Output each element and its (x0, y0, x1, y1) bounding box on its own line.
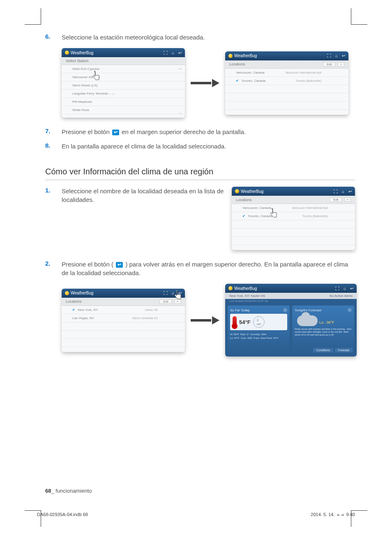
mock-subheader: Locations Edit + (225, 60, 348, 69)
expand-icon[interactable]: ⛶ (327, 53, 331, 58)
location-item[interactable]: ✔ New York, NY Xavier HS (62, 306, 185, 314)
cursor-hand-icon (91, 71, 101, 83)
station-item[interactable]: West End Cypress (62, 65, 185, 73)
mock-header: WeatherBug ⛶ ⌂ ↩ (225, 51, 348, 60)
check-icon: ✔ (242, 214, 245, 218)
scroll-down-icon[interactable]: ﹀ (178, 111, 183, 117)
step-number: 2. (45, 260, 62, 277)
app-title: WeatherBug (71, 51, 93, 55)
mock-locations-3: WeatherBug ⛶ ⌂ ↩ Locations Edit + ✔ New … (62, 289, 185, 352)
location-name: New York, NY Xavier HS (229, 294, 265, 298)
step-8: 8. En la pantalla aparece el clima de la… (45, 142, 355, 151)
app-title: WeatherBug (241, 189, 263, 194)
expand-icon[interactable]: ⛶ (334, 189, 338, 194)
more-icon[interactable]: › (348, 308, 352, 312)
forecast-tabs: Conditions Forecast (313, 348, 353, 352)
mock-select-station: WeatherBug ⛶ ⌂ ↩ Select Station ︿ West E… (62, 48, 185, 118)
station-label: Xavier HS (145, 308, 158, 311)
alerts-text: No Active Alerts (330, 294, 353, 298)
city-label: Vancouver, Canada (236, 71, 265, 74)
weatherbug-logo-icon (228, 286, 233, 290)
step-number: 8. (45, 142, 62, 151)
step-number: 6. (45, 33, 62, 42)
back-icon[interactable]: ↩ (350, 286, 353, 291)
mock-subheader: Select Station (62, 57, 185, 65)
add-button[interactable]: + (338, 62, 344, 67)
location-list: ✔ New York, NY Xavier HS Las Vegas, NV A… (62, 306, 185, 352)
cloud-icon (297, 315, 318, 326)
screenshot-row-1: WeatherBug ⛶ ⌂ ↩ Select Station ︿ West E… (62, 48, 355, 118)
home-icon[interactable]: ⌂ (342, 189, 344, 194)
home-icon[interactable]: ⌂ (172, 51, 174, 55)
station-label: Alexis Canahata ES (132, 317, 158, 320)
location-list: Vancouver, Canada Vancouver Internationa… (232, 204, 355, 250)
step-1-container: 1. Seleccione el nombre de la localidad … (45, 187, 355, 250)
mock-subheader: Locations Edit + (62, 298, 185, 306)
page-footer: 68_ funcionamiento (45, 488, 92, 494)
mock-locations-2: WeatherBug ⛶ ⌂ ↩ Locations Edit + Vancou… (232, 187, 355, 250)
panel-title: Tonight's Forecast (295, 308, 321, 312)
back-icon[interactable]: ↩ (342, 53, 345, 58)
location-item-empty (225, 85, 348, 93)
location-item-empty (232, 220, 355, 229)
arrow-right-icon (191, 79, 219, 87)
weatherbug-logo-icon (235, 189, 239, 193)
current-conditions: 54°F 1mph (230, 314, 287, 330)
conditions-button[interactable]: Conditions (313, 348, 333, 352)
edit-button[interactable]: Edit (330, 197, 342, 202)
station-label: Toronto (Buttonville) (302, 215, 328, 218)
location-item-empty (225, 102, 348, 110)
edit-button[interactable]: Edit (323, 62, 335, 67)
city-label: Toronto, Canada (241, 79, 265, 83)
weather-panel-today: So Far Today › 54°F 1mph Hi: 58°F Rain: … (228, 306, 290, 354)
location-item-empty (232, 229, 355, 237)
step-number: 7. (45, 127, 62, 136)
step-text: Presione el botón ( ↩ ) para volver atrá… (62, 260, 355, 277)
location-item[interactable]: Vancouver, Canada Vancouver Internationa… (225, 69, 348, 77)
back-button-icon: ↩ (112, 130, 119, 135)
step-b-2: 2. Presione el botón ( ↩ ) para volver a… (45, 260, 355, 277)
cursor-hand-icon (173, 290, 183, 302)
add-button[interactable]: + (344, 197, 351, 202)
home-icon[interactable]: ⌂ (335, 53, 338, 58)
scroll-up-icon[interactable]: ︿ (178, 66, 183, 71)
expand-icon[interactable]: ⛶ (164, 51, 168, 55)
location-item-empty (62, 322, 185, 331)
section-heading: Cómo ver Información del clima de una re… (45, 167, 355, 180)
location-item-empty (225, 93, 348, 102)
back-icon[interactable]: ↩ (348, 189, 352, 194)
more-icon[interactable]: › (283, 308, 287, 312)
back-icon[interactable]: ↩ (178, 51, 182, 55)
station-item[interactable]: Langdale Ferry Terminal – --- (62, 90, 185, 98)
edit-button[interactable]: Edit (159, 299, 172, 304)
expand-icon[interactable]: ⛶ (164, 291, 168, 295)
mock-subheader: Locations Edit + (232, 196, 355, 204)
step-7: 7. Presione el botón ↩ en el margen supe… (45, 127, 355, 136)
location-item[interactable]: ✔ Toronto, Canada Toronto (Buttonville) (225, 77, 348, 85)
forecast-button[interactable]: Forecast (335, 348, 353, 352)
expand-icon[interactable]: ⛶ (335, 286, 339, 291)
cursor-hand-icon (269, 208, 279, 220)
location-item[interactable]: Vancouver, Canada Vancouver Internationa… (232, 204, 355, 212)
meta-date: 2014. 5. 14. ⫨⫨ 9:40 (311, 512, 355, 517)
city-label: Vancouver, Canada (242, 206, 271, 210)
mock-header: WeatherBug ⛶ ⌂ ↩ (62, 48, 185, 57)
location-item[interactable]: Las Vegas, NV Alexis Canahata ES (62, 314, 185, 322)
page-section-label: _ funcionamiento (51, 488, 92, 494)
subheader-title: Locations (229, 62, 245, 66)
alerts-bar: New York, NY Xavier HS No Active Alerts (225, 293, 357, 299)
station-item[interactable]: Vancouver Intl Arpt (62, 73, 185, 81)
home-icon[interactable]: ⌂ (344, 286, 346, 291)
location-item[interactable]: ✔ Toronto, Canada Toronto (Buttonville) (232, 212, 355, 220)
forecast-description: Partly cloudy with isolated sprinkles in… (295, 328, 352, 336)
station-item[interactable]: Pitt Meadows (62, 98, 185, 106)
mock-weather-detail: WeatherBug ⛶ ⌂ ↩ New York, NY Xavier HS … (225, 284, 357, 357)
mock-locations-1: WeatherBug ⛶ ⌂ ↩ Locations Edit + Vancou… (225, 51, 348, 115)
print-meta: DA68-02935A-04.indb 68 2014. 5. 14. ⫨⫨ 9… (37, 512, 355, 517)
station-item[interactable]: Sand Heads (LS) (62, 81, 185, 90)
station-item[interactable]: White Rock (62, 106, 185, 114)
location-list: Vancouver, Canada Vancouver Internationa… (225, 69, 348, 115)
weatherbug-logo-icon (65, 291, 69, 295)
weather-panel-forecast: Tonight's Forecast › Lo : 36°F Partly cl… (292, 306, 354, 354)
arrow-right-icon (191, 316, 219, 324)
